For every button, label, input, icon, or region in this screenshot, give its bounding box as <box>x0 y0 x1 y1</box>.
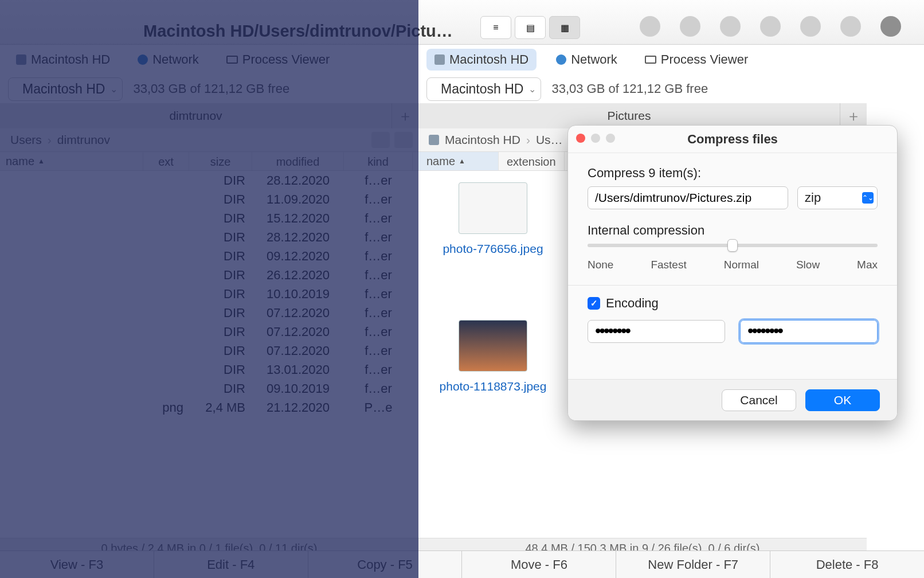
tab-left[interactable]: dimtrunov <box>0 103 392 128</box>
fn-view[interactable]: View - F3 <box>0 551 154 578</box>
compress-count-label: Compress 9 item(s): <box>588 166 878 181</box>
freespace-right: 33,03 GB of 121,12 GB free <box>551 81 708 96</box>
diskrow-left: Macintosh HD ⌄ 33,03 GB of 121,12 GB fre… <box>0 75 418 103</box>
compression-slider[interactable] <box>588 244 878 247</box>
preview-icon[interactable] <box>720 16 741 37</box>
table-row[interactable]: png2,4 MB21.12.2020P…e <box>0 398 418 417</box>
fn-newf[interactable]: New Folder - F7 <box>616 551 770 578</box>
disk-icon <box>16 54 26 65</box>
col-mod[interactable]: modified <box>252 152 344 170</box>
download-icon[interactable] <box>880 16 901 37</box>
table-row[interactable]: DIR09.12.2020f…er <box>0 247 418 265</box>
close-icon[interactable] <box>576 134 585 143</box>
cancel-button[interactable]: Cancel <box>722 389 796 411</box>
list-view-button[interactable]: ≡ <box>480 16 511 39</box>
tick-normal: Normal <box>724 259 759 271</box>
ok-button[interactable]: OK <box>805 389 880 411</box>
table-row[interactable]: DIR15.12.2020f…er <box>0 209 418 228</box>
table-row[interactable]: DIR09.10.2019f…er <box>0 379 418 398</box>
icon-view-button[interactable]: ▦ <box>549 16 580 39</box>
loc-net-left[interactable]: Network <box>130 49 207 71</box>
tab-add-left[interactable]: ＋ <box>392 106 418 126</box>
col-ext[interactable]: ext <box>143 152 189 170</box>
glasses-icon[interactable] <box>760 16 781 37</box>
disk-icon <box>429 135 439 145</box>
fn-edit[interactable]: Edit - F4 <box>154 551 308 578</box>
loc-net-right[interactable]: Network <box>548 49 625 71</box>
compress-modal: Compress files Compress 9 item(s): zip ⌃… <box>567 125 898 421</box>
table-row[interactable]: DIR13.01.2020f…er <box>0 360 418 379</box>
window-controls <box>576 134 615 143</box>
help-icon[interactable] <box>680 16 700 37</box>
table-row[interactable]: DIR26.12.2020f…er <box>0 265 418 284</box>
fn-copy[interactable]: Copy - F5 <box>308 551 463 578</box>
loc-mac-left[interactable]: Macintosh HD <box>8 49 118 71</box>
modal-titlebar: Compress files <box>568 126 897 153</box>
minimize-icon[interactable] <box>591 134 600 143</box>
thumbnail-caption: photo-776656.jpeg <box>439 240 546 257</box>
crumb[interactable]: Users <box>10 133 42 147</box>
thumbnail[interactable]: photo-1118873.jpeg <box>430 320 556 446</box>
toolbar-icons <box>640 16 901 37</box>
col-name[interactable]: name▲ <box>0 152 143 170</box>
tabrow-left: dimtrunov ＋ <box>0 103 418 128</box>
thumbnail[interactable]: photo-776656.jpeg <box>430 182 556 308</box>
tick-none: None <box>588 259 613 271</box>
zoom-icon[interactable] <box>606 134 615 143</box>
crumb[interactable]: Us… <box>536 133 563 147</box>
table-row[interactable]: DIR07.12.2020f…er <box>0 341 418 360</box>
col-name-right[interactable]: name▲ <box>418 152 499 170</box>
tab-add-right[interactable]: ＋ <box>840 106 867 126</box>
encoding-label: Encoding <box>606 296 659 311</box>
location-bar-left: Macintosh HD Network Process Viewer <box>0 45 418 75</box>
thumbnail-image <box>459 182 527 234</box>
col-ext-right[interactable]: extension <box>499 152 565 170</box>
loc-proc-right[interactable]: Process Viewer <box>637 49 756 71</box>
password-input[interactable]: •••••••• <box>588 320 725 343</box>
table-row[interactable]: DIR07.12.2020f…er <box>0 303 418 322</box>
titlebar: Macintosh HD/Users/dimtrunov/Pictu… ≡ ▤ … <box>0 0 924 45</box>
archive-path-input[interactable] <box>588 186 788 209</box>
col-size[interactable]: size <box>189 152 252 170</box>
crumb[interactable]: dimtrunov <box>57 133 110 147</box>
view-icon[interactable] <box>371 132 390 148</box>
monitor-icon <box>226 56 238 64</box>
file-list-left[interactable]: DIR28.12.2020f…erDIR11.09.2020f…erDIR15.… <box>0 171 418 538</box>
toggle-icon[interactable] <box>640 16 660 37</box>
modal-footer: Cancel OK <box>568 379 897 420</box>
table-row[interactable]: DIR28.12.2020f…er <box>0 171 418 190</box>
fn-del[interactable]: Delete - F8 <box>770 551 924 578</box>
col-kind[interactable]: kind <box>344 152 413 170</box>
slider-ticks: None Fastest Normal Slow Max <box>588 259 878 271</box>
grid-icon: ▦ <box>561 22 569 33</box>
table-row[interactable]: DIR11.09.2020f…er <box>0 190 418 209</box>
chevron-updown-icon: ⌃⌄ <box>862 192 874 204</box>
format-select[interactable]: zip ⌃⌄ <box>797 186 878 209</box>
crumb[interactable]: Macintosh HD <box>445 133 520 147</box>
modal-title: Compress files <box>687 132 778 147</box>
table-row[interactable]: DIR10.10.2019f…er <box>0 284 418 303</box>
fn-bar: View - F3 Edit - F4 Copy - F5 Move - F6 … <box>0 550 924 578</box>
tick-slow: Slow <box>796 259 820 271</box>
star-icon[interactable] <box>394 132 413 148</box>
table-row[interactable]: DIR28.12.2020f…er <box>0 228 418 247</box>
window-title: Macintosh HD/Users/dimtrunov/Pictu… <box>143 22 453 41</box>
sort-caret-icon: ▲ <box>459 157 465 165</box>
fn-move[interactable]: Move - F6 <box>462 551 616 578</box>
encoding-checkbox[interactable]: ✓ <box>588 297 600 310</box>
viewmode-switcher: ≡ ▤ ▦ <box>480 16 580 39</box>
disk-select-left[interactable]: Macintosh HD ⌄ <box>8 77 123 101</box>
loc-proc-left[interactable]: Process Viewer <box>218 49 338 71</box>
disk-icon <box>434 54 445 65</box>
column-headers-left: name▲ ext size modified kind <box>0 151 418 171</box>
slider-thumb[interactable] <box>727 239 738 252</box>
password-confirm-input[interactable]: •••••••• <box>740 320 878 343</box>
column-view-button[interactable]: ▤ <box>515 16 546 39</box>
pause-icon[interactable] <box>800 16 821 37</box>
tick-max: Max <box>857 259 878 271</box>
loc-mac-right[interactable]: Macintosh HD <box>426 49 537 71</box>
disk-select-right[interactable]: Macintosh HD ⌄ <box>426 77 541 101</box>
divider <box>568 285 897 286</box>
table-row[interactable]: DIR07.12.2020f…er <box>0 322 418 341</box>
folder-icon[interactable] <box>840 16 861 37</box>
